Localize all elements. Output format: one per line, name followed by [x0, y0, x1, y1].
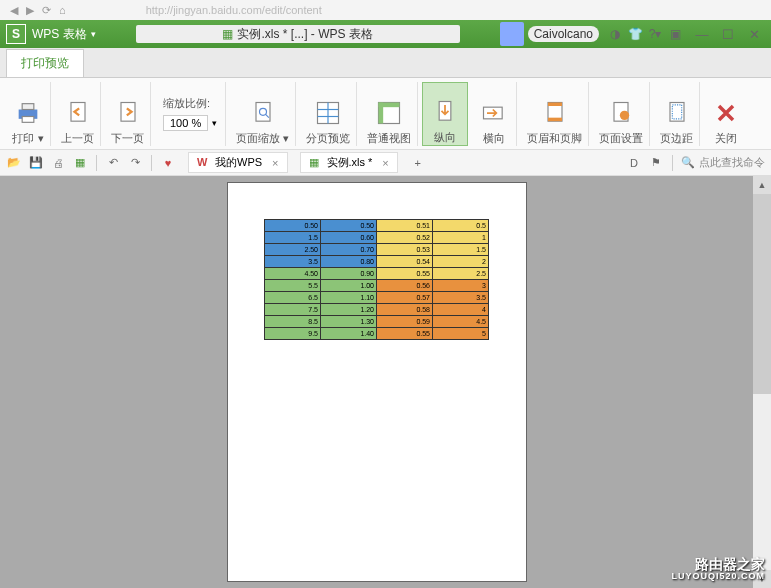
landscape-button[interactable]: 横向 — [472, 82, 517, 146]
table-cell: 0.57 — [377, 292, 433, 304]
wps-logo-icon[interactable]: S — [6, 24, 26, 44]
titlebar: S WPS 表格 ▾ ▦ 实例.xls * [...] - WPS 表格 Cai… — [0, 20, 771, 48]
separator — [672, 155, 673, 171]
svg-point-21 — [620, 110, 629, 119]
close-preview-button[interactable]: 关闭 — [704, 82, 748, 146]
header-footer-button[interactable]: 页眉和页脚 — [521, 82, 589, 146]
watermark-sub: LUYOUQI520.COM — [671, 572, 765, 582]
close-icon — [710, 97, 742, 129]
page-zoom-button[interactable]: 页面缩放 ▾ — [230, 82, 296, 146]
prev-page-button[interactable]: 上一页 — [55, 82, 101, 146]
table-cell: 3.5 — [433, 292, 489, 304]
help-icon[interactable]: ?▾ — [647, 26, 663, 42]
mywps-tab[interactable]: W 我的WPS × — [188, 152, 288, 173]
landscape-label: 横向 — [483, 131, 505, 146]
table-cell: 4.50 — [265, 268, 321, 280]
vertical-scrollbar[interactable]: ▲ ▼ — [753, 176, 771, 588]
page-setup-label: 页面设置 — [599, 131, 643, 146]
home-icon[interactable]: ⌂ — [59, 4, 66, 16]
address-bar[interactable]: http://jingyan.baidu.com/edit/content — [146, 4, 322, 16]
table-cell: 0.50 — [265, 220, 321, 232]
portrait-icon — [429, 96, 461, 128]
close-tab-icon[interactable]: × — [272, 157, 278, 169]
undo-icon[interactable]: ↶ — [105, 155, 121, 171]
file-tab[interactable]: ▦ 实例.xls * × — [300, 152, 398, 173]
page-zoom-icon — [247, 97, 279, 129]
favorite-icon[interactable]: ♥ — [160, 155, 176, 171]
scroll-up-icon[interactable]: ▲ — [753, 176, 771, 194]
print-icon — [12, 97, 44, 129]
svg-rect-2 — [22, 116, 34, 122]
svg-rect-18 — [548, 102, 562, 106]
shirt-icon[interactable]: 👕 — [627, 26, 643, 42]
table-cell: 0.55 — [377, 268, 433, 280]
page-break-label: 分页预览 — [306, 131, 350, 146]
open-icon[interactable]: 📂 — [6, 155, 22, 171]
data-table: 0.500.500.510.51.50.600.5212.500.700.531… — [264, 219, 489, 340]
table-cell: 9.5 — [265, 328, 321, 340]
close-preview-label: 关闭 — [715, 131, 737, 146]
maximize-button[interactable]: ☐ — [719, 25, 737, 43]
save-icon[interactable]: 💾 — [28, 155, 44, 171]
zoom-value-input[interactable]: 100 % — [163, 115, 208, 131]
table-cell: 2 — [433, 256, 489, 268]
next-page-label: 下一页 — [111, 131, 144, 146]
print-quick-icon[interactable]: 🖨 — [50, 155, 66, 171]
table-cell: 0.50 — [321, 220, 377, 232]
scroll-thumb[interactable] — [753, 194, 771, 394]
search-placeholder: 点此查找命令 — [699, 155, 765, 170]
table-cell: 2.50 — [265, 244, 321, 256]
page-setup-button[interactable]: 页面设置 — [593, 82, 650, 146]
close-window-button[interactable]: ✕ — [745, 25, 763, 43]
minimize-button[interactable]: — — [693, 25, 711, 43]
user-avatar[interactable] — [500, 22, 524, 46]
table-cell: 0.52 — [377, 232, 433, 244]
prev-page-icon — [62, 97, 94, 129]
next-page-button[interactable]: 下一页 — [105, 82, 151, 146]
page-setup-icon — [605, 97, 637, 129]
close-tab-icon[interactable]: × — [382, 157, 388, 169]
table-cell: 3.5 — [265, 256, 321, 268]
table-cell: 8.5 — [265, 316, 321, 328]
margins-label: 页边距 — [660, 131, 693, 146]
skin-icon[interactable]: ◑ — [607, 26, 623, 42]
portrait-label: 纵向 — [434, 130, 456, 145]
table-cell: 0.55 — [377, 328, 433, 340]
portrait-button[interactable]: 纵向 — [422, 82, 468, 146]
table-cell: 0.51 — [377, 220, 433, 232]
print-button[interactable]: 打印 ▾ — [6, 82, 51, 146]
d-icon[interactable]: D — [626, 155, 642, 171]
add-tab-icon[interactable]: + — [410, 155, 426, 171]
reload-icon[interactable]: ⟳ — [42, 4, 51, 17]
preview-area: 0.500.500.510.51.50.600.5212.500.700.531… — [0, 176, 753, 588]
file-tab-label: 实例.xls * — [327, 155, 373, 170]
normal-view-icon — [373, 97, 405, 129]
table-cell: 1.5 — [433, 244, 489, 256]
feedback-icon[interactable]: ▣ — [667, 26, 683, 42]
page-break-button[interactable]: 分页预览 — [300, 82, 357, 146]
print-preview-quick-icon[interactable]: ▦ — [72, 155, 88, 171]
table-cell: 4 — [433, 304, 489, 316]
margins-button[interactable]: 页边距 — [654, 82, 700, 146]
normal-view-button[interactable]: 普通视图 — [361, 82, 418, 146]
dropdown-icon[interactable]: ▾ — [91, 29, 96, 39]
wps-home-icon: W — [197, 156, 211, 170]
flag-icon[interactable]: ⚑ — [648, 155, 664, 171]
tab-print-preview[interactable]: 打印预览 — [6, 49, 84, 77]
back-icon[interactable]: ◀ — [10, 4, 18, 17]
header-footer-icon — [539, 97, 571, 129]
landscape-icon — [478, 97, 510, 129]
window-title: ▦ 实例.xls * [...] - WPS 表格 — [136, 25, 460, 43]
table-cell: 0.90 — [321, 268, 377, 280]
zoom-dropdown-icon[interactable]: ▾ — [212, 118, 217, 128]
table-cell: 0.56 — [377, 280, 433, 292]
app-name: WPS 表格 — [32, 26, 87, 43]
svg-rect-1 — [22, 103, 34, 109]
search-command[interactable]: 🔍 点此查找命令 — [681, 155, 765, 170]
quick-access-bar: 📂 💾 🖨 ▦ ↶ ↷ ♥ W 我的WPS × ▦ 实例.xls * × + D… — [0, 150, 771, 176]
table-cell: 0.58 — [377, 304, 433, 316]
redo-icon[interactable]: ↷ — [127, 155, 143, 171]
user-name[interactable]: Caivolcano — [528, 26, 599, 42]
table-cell: 0.5 — [433, 220, 489, 232]
table-cell: 0.54 — [377, 256, 433, 268]
